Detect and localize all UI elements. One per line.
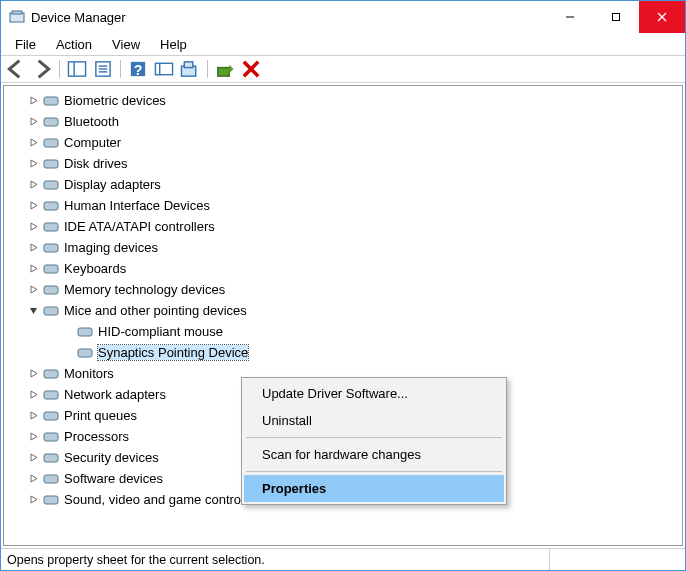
chevron-right-icon[interactable] <box>26 94 40 108</box>
app-icon <box>9 9 25 25</box>
context-menu-item[interactable]: Scan for hardware changes <box>244 441 504 468</box>
tree-item[interactable]: Display adapters <box>4 174 682 195</box>
tree-item-label: Biometric devices <box>64 93 166 108</box>
device-category-icon <box>42 114 60 130</box>
device-category-icon <box>42 387 60 403</box>
toolbar: ? <box>1 55 685 83</box>
tree-item-label: Imaging devices <box>64 240 158 255</box>
status-cell-2 <box>549 549 679 570</box>
tree-item-label: Processors <box>64 429 129 444</box>
context-menu-item[interactable]: Update Driver Software... <box>244 380 504 407</box>
svg-rect-35 <box>44 391 58 399</box>
show-hidden-devices-button[interactable] <box>153 58 175 80</box>
tree-item[interactable]: Memory technology devices <box>4 279 682 300</box>
tree-item-label: Keyboards <box>64 261 126 276</box>
chevron-down-icon[interactable] <box>26 304 40 318</box>
menu-file[interactable]: File <box>5 35 46 54</box>
svg-rect-21 <box>44 97 58 105</box>
svg-rect-26 <box>44 202 58 210</box>
uninstall-button[interactable] <box>240 58 262 80</box>
svg-rect-28 <box>44 244 58 252</box>
tree-item[interactable]: Human Interface Devices <box>4 195 682 216</box>
tree-item[interactable]: Mice and other pointing devices <box>4 300 682 321</box>
tree-item[interactable]: HID-compliant mouse <box>4 321 682 342</box>
chevron-right-icon[interactable] <box>26 409 40 423</box>
tree-item[interactable]: Disk drives <box>4 153 682 174</box>
svg-rect-22 <box>44 118 58 126</box>
tree-item[interactable]: Computer <box>4 132 682 153</box>
properties-button[interactable] <box>92 58 114 80</box>
chevron-right-icon[interactable] <box>26 367 40 381</box>
chevron-right-icon[interactable] <box>26 493 40 507</box>
svg-rect-31 <box>44 307 58 315</box>
tree-item-label: Software devices <box>64 471 163 486</box>
tree-item-label: Mice and other pointing devices <box>64 303 247 318</box>
forward-button[interactable] <box>31 58 53 80</box>
chevron-right-icon[interactable] <box>26 241 40 255</box>
svg-rect-3 <box>613 14 620 21</box>
device-category-icon <box>76 324 94 340</box>
svg-rect-1 <box>12 11 22 14</box>
tree-item[interactable]: Imaging devices <box>4 237 682 258</box>
tree-item[interactable]: Synaptics Pointing Device <box>4 342 682 363</box>
tree-item-label: Network adapters <box>64 387 166 402</box>
tree-item-label: Synaptics Pointing Device <box>98 345 248 360</box>
menu-view[interactable]: View <box>102 35 150 54</box>
chevron-right-icon[interactable] <box>26 136 40 150</box>
device-category-icon <box>42 450 60 466</box>
context-menu-separator <box>246 437 502 438</box>
chevron-right-icon[interactable] <box>26 115 40 129</box>
svg-rect-24 <box>44 160 58 168</box>
device-category-icon <box>42 219 60 235</box>
chevron-right-icon[interactable] <box>26 178 40 192</box>
context-menu-item[interactable]: Uninstall <box>244 407 504 434</box>
tree-item-label: HID-compliant mouse <box>98 324 223 339</box>
chevron-right-icon[interactable] <box>26 262 40 276</box>
context-menu-separator <box>246 471 502 472</box>
menu-help[interactable]: Help <box>150 35 197 54</box>
svg-rect-30 <box>44 286 58 294</box>
tree-item-label: Disk drives <box>64 156 128 171</box>
titlebar: Device Manager <box>1 1 685 33</box>
tree-item-label: Print queues <box>64 408 137 423</box>
show-hide-console-tree-button[interactable] <box>66 58 88 80</box>
chevron-right-icon <box>60 346 74 360</box>
device-category-icon <box>42 408 60 424</box>
tree-item[interactable]: Biometric devices <box>4 90 682 111</box>
device-category-icon <box>42 282 60 298</box>
update-driver-button[interactable] <box>214 58 236 80</box>
help-button[interactable]: ? <box>127 58 149 80</box>
chevron-right-icon[interactable] <box>26 472 40 486</box>
context-menu-item[interactable]: Properties <box>244 475 504 502</box>
device-category-icon <box>42 471 60 487</box>
svg-rect-25 <box>44 181 58 189</box>
scan-hardware-button[interactable] <box>179 58 201 80</box>
toolbar-separator <box>207 60 208 78</box>
chevron-right-icon[interactable] <box>26 157 40 171</box>
svg-rect-37 <box>44 433 58 441</box>
device-category-icon <box>42 198 60 214</box>
menu-action[interactable]: Action <box>46 35 102 54</box>
svg-rect-18 <box>218 68 229 77</box>
svg-rect-34 <box>44 370 58 378</box>
tree-item[interactable]: Bluetooth <box>4 111 682 132</box>
tree-item[interactable]: Keyboards <box>4 258 682 279</box>
svg-rect-36 <box>44 412 58 420</box>
svg-rect-39 <box>44 475 58 483</box>
device-category-icon <box>42 135 60 151</box>
chevron-right-icon[interactable] <box>26 388 40 402</box>
tree-item-label: Computer <box>64 135 121 150</box>
minimize-button[interactable] <box>547 1 593 33</box>
chevron-right-icon[interactable] <box>26 430 40 444</box>
device-category-icon <box>42 93 60 109</box>
svg-rect-29 <box>44 265 58 273</box>
tree-item[interactable]: IDE ATA/ATAPI controllers <box>4 216 682 237</box>
close-button[interactable] <box>639 1 685 33</box>
svg-rect-23 <box>44 139 58 147</box>
back-button[interactable] <box>5 58 27 80</box>
maximize-button[interactable] <box>593 1 639 33</box>
chevron-right-icon[interactable] <box>26 220 40 234</box>
chevron-right-icon[interactable] <box>26 451 40 465</box>
chevron-right-icon[interactable] <box>26 199 40 213</box>
chevron-right-icon[interactable] <box>26 283 40 297</box>
